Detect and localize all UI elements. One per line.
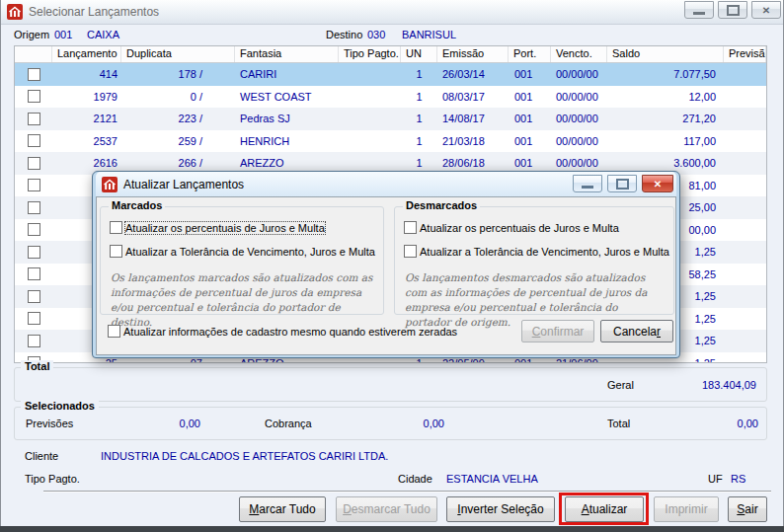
imprimir-button[interactable]: Imprimir — [654, 496, 719, 522]
row-checkbox-cell — [15, 201, 52, 214]
atualizar-button[interactable]: Atualizar — [565, 496, 644, 522]
group-desmarcados-title: Desmarcados — [403, 199, 480, 211]
checkbox-box[interactable] — [110, 221, 122, 234]
table-cell: 1979 — [52, 91, 121, 103]
window-bottom-edge — [0, 526, 784, 532]
table-cell: 1 — [401, 113, 437, 124]
table-row[interactable]: 414178 /CARIRI126/03/1400100/00/007.077,… — [15, 63, 766, 86]
row-checkbox-cell — [15, 113, 52, 125]
dialog-title: Atualizar Lançamentos — [123, 178, 244, 191]
row-checkbox-cell — [15, 267, 52, 280]
row-checkbox[interactable] — [28, 113, 40, 125]
row-checkbox[interactable] — [28, 134, 40, 147]
desmarcar-tudo-button[interactable]: Desmarcar Tudo — [336, 496, 437, 522]
main-window: Selecionar Lançamentos ✕ Origem 001 CAIX… — [0, 0, 784, 532]
table-cell: 00/00/00 — [551, 91, 607, 103]
table-cell: 21/03/18 — [437, 135, 509, 147]
inverter-selecao-button[interactable]: Inverter Seleção — [446, 496, 555, 522]
table-row[interactable]: 2121223 /Pedras SJ114/08/1700100/00/0027… — [15, 108, 766, 130]
column-header: Vencto. — [551, 46, 607, 62]
table-cell: 28/06/18 — [437, 157, 509, 169]
checkbox-cadastro-zeradas[interactable]: Atualizar informações de cadastro mesmo … — [108, 325, 457, 338]
row-checkbox-cell — [15, 246, 52, 259]
row-checkbox-cell — [15, 312, 52, 325]
geral-value: 183.404,09 — [702, 379, 756, 391]
uf-label: UF — [708, 473, 723, 485]
table-cell: WEST COAST — [235, 91, 339, 103]
row-checkbox[interactable] — [28, 223, 40, 236]
table-cell: 00/00/00 — [551, 68, 607, 80]
row-checkbox[interactable] — [28, 157, 40, 170]
row-checkbox[interactable] — [28, 90, 40, 103]
table-cell: 2616 — [52, 157, 121, 169]
column-header: Saldo — [607, 46, 724, 62]
table-cell: 271,20 — [607, 113, 724, 124]
row-checkbox-cell — [15, 157, 52, 170]
close-button[interactable]: ✕ — [751, 1, 781, 19]
row-checkbox[interactable] — [28, 290, 40, 303]
cancelar-button[interactable]: Cancelar — [600, 320, 673, 342]
column-header: Emissão — [437, 46, 509, 62]
cidade-value: ESTANCIA VELHA — [446, 473, 538, 485]
destino-code: 030 — [367, 26, 385, 43]
atualizar-lancamentos-dialog: Atualizar Lançamentos ✕ Marcados Atualiz… — [92, 171, 680, 358]
geral-label: Geral — [607, 379, 634, 391]
column-header — [15, 46, 52, 62]
origem-label: Origem — [14, 26, 49, 43]
app-logo-icon — [7, 4, 23, 20]
group-desmarcados: Desmarcados Atualizar os percentuais de … — [394, 206, 674, 315]
dialog-close-button[interactable]: ✕ — [642, 175, 673, 192]
table-cell: 00/00/00 — [551, 157, 607, 169]
table-cell: 223 / — [121, 113, 235, 124]
table-cell: 1 — [401, 91, 437, 103]
table-row[interactable]: 2537259 /HENRICH121/03/1800100/00/00117,… — [15, 130, 766, 153]
table-row[interactable]: 19790 /WEST COAST108/03/1700100/00/0012,… — [15, 86, 766, 109]
row-checkbox[interactable] — [28, 246, 40, 259]
column-header: Fantasia — [235, 46, 339, 62]
dialog-minimize-button[interactable] — [573, 175, 602, 192]
table-cell: 001 — [509, 113, 551, 124]
row-checkbox[interactable] — [28, 312, 40, 325]
checkbox-marcados-tolerancia[interactable]: Atualizar a Tolerância de Vencimento, Ju… — [110, 245, 375, 258]
dialog-restore-button[interactable] — [607, 175, 637, 192]
row-checkbox[interactable] — [28, 68, 40, 81]
restore-button[interactable] — [718, 1, 747, 19]
table-cell: 1 — [401, 68, 437, 80]
cliente-value: INDUSTRIA DE CALCADOS E ARTEFATOS CARIRI… — [101, 450, 388, 462]
row-checkbox[interactable] — [28, 179, 40, 191]
table-cell: 7.077,50 — [607, 68, 724, 80]
table-cell: 414 — [52, 68, 121, 80]
table-cell: AREZZO — [235, 157, 339, 169]
dialog-titlebar[interactable]: Atualizar Lançamentos ✕ — [96, 172, 676, 196]
selecionados-total-label: Total — [607, 418, 630, 429]
row-checkbox[interactable] — [28, 201, 40, 214]
row-checkbox-cell — [15, 68, 52, 81]
checkbox-box[interactable] — [110, 245, 122, 258]
sair-button[interactable]: Sair — [728, 496, 767, 522]
column-header: Tipo Pagto. — [339, 46, 401, 62]
table-cell: 266 / — [121, 157, 235, 169]
row-checkbox-cell — [15, 134, 52, 147]
table-cell: 3.600,00 — [607, 157, 724, 169]
group-total: Total Geral 183.404,09 — [14, 367, 767, 402]
row-checkbox[interactable] — [28, 267, 40, 280]
checkbox-marcados-percentuais[interactable]: Atualizar os percentuais de Juros e Mult… — [110, 221, 325, 234]
table-cell: 001 — [509, 135, 551, 147]
table-cell: 12,00 — [607, 91, 724, 103]
table-cell: 0 / — [121, 91, 235, 103]
minimize-button[interactable] — [684, 1, 714, 19]
row-checkbox[interactable] — [28, 335, 40, 347]
table-cell: 1 — [401, 157, 437, 169]
main-titlebar[interactable]: Selecionar Lançamentos ✕ — [1, 0, 783, 25]
marcados-note: Os lançamentos marcados são atualizados … — [111, 270, 375, 330]
group-marcados-title: Marcados — [109, 199, 165, 211]
checkbox-box[interactable] — [404, 221, 417, 234]
checkbox-desmarcados-tolerancia[interactable]: Atualizar a Tolerância de Vencimento, Ju… — [404, 245, 669, 258]
table-cell: 2537 — [52, 135, 121, 147]
table-cell: 001 — [509, 157, 551, 169]
confirmar-button[interactable]: Confirmar — [521, 320, 594, 342]
checkbox-box[interactable] — [108, 325, 120, 338]
checkbox-desmarcados-percentuais[interactable]: Atualizar os percentuais de Juros e Mult… — [404, 221, 619, 234]
marcar-tudo-button[interactable]: Marcar Tudo — [239, 496, 326, 522]
checkbox-box[interactable] — [404, 245, 417, 258]
